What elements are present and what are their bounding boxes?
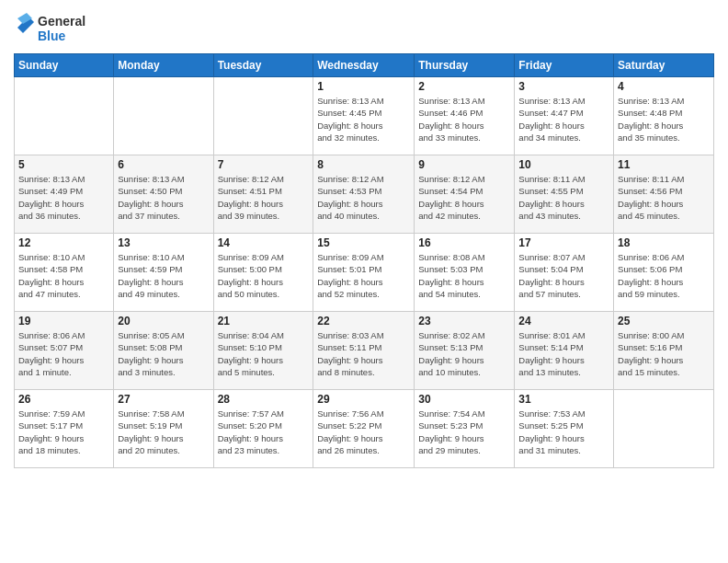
day-number: 19: [18, 315, 109, 327]
day-number: 3: [518, 80, 609, 93]
day-detail: Sunrise: 8:13 AMSunset: 4:49 PMDaylight:…: [18, 173, 109, 222]
day-number: 31: [518, 393, 609, 406]
calendar-cell: [15, 77, 114, 155]
calendar-cell: 27Sunrise: 7:58 AMSunset: 5:19 PMDayligh…: [114, 390, 213, 468]
weekday-header-thursday: Thursday: [415, 54, 515, 77]
header: GeneralBlue: [14, 9, 714, 46]
day-number: 5: [18, 158, 109, 171]
day-detail: Sunrise: 8:09 AMSunset: 5:01 PMDaylight:…: [317, 251, 410, 300]
day-detail: Sunrise: 8:06 AMSunset: 5:06 PMDaylight:…: [618, 251, 710, 300]
calendar-cell: 30Sunrise: 7:54 AMSunset: 5:23 PMDayligh…: [415, 390, 515, 468]
weekday-header-tuesday: Tuesday: [213, 54, 313, 77]
calendar-cell: 14Sunrise: 8:09 AMSunset: 5:00 PMDayligh…: [213, 234, 313, 312]
calendar-cell: [614, 390, 714, 468]
day-detail: Sunrise: 8:13 AMSunset: 4:48 PMDaylight:…: [618, 95, 710, 144]
day-number: 25: [618, 315, 710, 327]
calendar-cell: 8Sunrise: 8:12 AMSunset: 4:53 PMDaylight…: [313, 155, 415, 234]
calendar-cell: 15Sunrise: 8:09 AMSunset: 5:01 PMDayligh…: [313, 234, 415, 312]
day-number: 28: [218, 393, 310, 406]
day-detail: Sunrise: 8:04 AMSunset: 5:10 PMDaylight:…: [218, 329, 310, 378]
calendar-week-1: 1Sunrise: 8:13 AMSunset: 4:45 PMDaylight…: [15, 77, 714, 155]
calendar-cell: 19Sunrise: 8:06 AMSunset: 5:07 PMDayligh…: [15, 312, 114, 390]
day-detail: Sunrise: 8:06 AMSunset: 5:07 PMDaylight:…: [18, 329, 109, 378]
calendar-cell: 24Sunrise: 8:01 AMSunset: 5:14 PMDayligh…: [515, 312, 614, 390]
day-number: 13: [118, 236, 209, 249]
calendar-cell: 3Sunrise: 8:13 AMSunset: 4:47 PMDaylight…: [515, 77, 614, 155]
weekday-row: SundayMondayTuesdayWednesdayThursdayFrid…: [15, 54, 714, 77]
day-detail: Sunrise: 8:12 AMSunset: 4:51 PMDaylight:…: [218, 173, 310, 222]
day-number: 14: [218, 236, 310, 249]
calendar-cell: 31Sunrise: 7:53 AMSunset: 5:25 PMDayligh…: [515, 390, 614, 468]
day-number: 15: [317, 236, 410, 249]
day-number: 29: [317, 393, 410, 406]
calendar-cell: 13Sunrise: 8:10 AMSunset: 4:59 PMDayligh…: [114, 234, 213, 312]
day-number: 6: [118, 158, 209, 171]
weekday-header-monday: Monday: [114, 54, 213, 77]
calendar-week-3: 12Sunrise: 8:10 AMSunset: 4:58 PMDayligh…: [15, 234, 714, 312]
weekday-header-friday: Friday: [515, 54, 614, 77]
calendar-week-4: 19Sunrise: 8:06 AMSunset: 5:07 PMDayligh…: [15, 312, 714, 390]
day-number: 11: [618, 158, 710, 171]
logo-svg: GeneralBlue: [14, 9, 87, 46]
weekday-header-sunday: Sunday: [15, 54, 114, 77]
day-detail: Sunrise: 8:11 AMSunset: 4:56 PMDaylight:…: [618, 173, 710, 222]
day-number: 20: [118, 315, 209, 327]
day-number: 27: [118, 393, 209, 406]
day-detail: Sunrise: 7:58 AMSunset: 5:19 PMDaylight:…: [118, 408, 209, 456]
day-detail: Sunrise: 7:56 AMSunset: 5:22 PMDaylight:…: [317, 408, 410, 456]
day-detail: Sunrise: 8:12 AMSunset: 4:54 PMDaylight:…: [418, 173, 510, 222]
calendar-cell: 26Sunrise: 7:59 AMSunset: 5:17 PMDayligh…: [15, 390, 114, 468]
calendar-week-5: 26Sunrise: 7:59 AMSunset: 5:17 PMDayligh…: [15, 390, 714, 468]
day-number: 17: [518, 236, 609, 249]
weekday-header-wednesday: Wednesday: [313, 54, 415, 77]
day-number: 24: [518, 315, 609, 327]
calendar-cell: [213, 77, 313, 155]
day-number: 1: [317, 80, 410, 93]
day-number: 12: [18, 236, 109, 249]
calendar-cell: 21Sunrise: 8:04 AMSunset: 5:10 PMDayligh…: [213, 312, 313, 390]
svg-text:General: General: [38, 14, 85, 29]
day-number: 21: [218, 315, 310, 327]
calendar-cell: 29Sunrise: 7:56 AMSunset: 5:22 PMDayligh…: [313, 390, 415, 468]
day-number: 4: [618, 80, 710, 93]
calendar-table: SundayMondayTuesdayWednesdayThursdayFrid…: [14, 53, 714, 468]
calendar-cell: 18Sunrise: 8:06 AMSunset: 5:06 PMDayligh…: [614, 234, 714, 312]
day-number: 30: [418, 393, 510, 406]
calendar-cell: 28Sunrise: 7:57 AMSunset: 5:20 PMDayligh…: [213, 390, 313, 468]
calendar-body: 1Sunrise: 8:13 AMSunset: 4:45 PMDaylight…: [15, 77, 714, 468]
day-detail: Sunrise: 8:01 AMSunset: 5:14 PMDaylight:…: [518, 329, 609, 378]
calendar-cell: 2Sunrise: 8:13 AMSunset: 4:46 PMDaylight…: [415, 77, 515, 155]
calendar-cell: 9Sunrise: 8:12 AMSunset: 4:54 PMDaylight…: [415, 155, 515, 234]
day-detail: Sunrise: 8:09 AMSunset: 5:00 PMDaylight:…: [218, 251, 310, 300]
calendar-cell: 20Sunrise: 8:05 AMSunset: 5:08 PMDayligh…: [114, 312, 213, 390]
day-detail: Sunrise: 7:54 AMSunset: 5:23 PMDaylight:…: [418, 408, 510, 456]
day-number: 9: [418, 158, 510, 171]
day-detail: Sunrise: 7:53 AMSunset: 5:25 PMDaylight:…: [518, 408, 609, 456]
day-number: 2: [418, 80, 510, 93]
calendar-cell: 22Sunrise: 8:03 AMSunset: 5:11 PMDayligh…: [313, 312, 415, 390]
day-detail: Sunrise: 8:10 AMSunset: 4:59 PMDaylight:…: [118, 251, 209, 300]
calendar-cell: 6Sunrise: 8:13 AMSunset: 4:50 PMDaylight…: [114, 155, 213, 234]
day-detail: Sunrise: 8:07 AMSunset: 5:04 PMDaylight:…: [518, 251, 609, 300]
calendar-cell: 4Sunrise: 8:13 AMSunset: 4:48 PMDaylight…: [614, 77, 714, 155]
day-detail: Sunrise: 8:00 AMSunset: 5:16 PMDaylight:…: [618, 329, 710, 378]
day-detail: Sunrise: 8:10 AMSunset: 4:58 PMDaylight:…: [18, 251, 109, 300]
calendar-week-2: 5Sunrise: 8:13 AMSunset: 4:49 PMDaylight…: [15, 155, 714, 234]
calendar-cell: 1Sunrise: 8:13 AMSunset: 4:45 PMDaylight…: [313, 77, 415, 155]
day-detail: Sunrise: 8:13 AMSunset: 4:47 PMDaylight:…: [518, 95, 609, 144]
day-number: 18: [618, 236, 710, 249]
calendar-cell: 5Sunrise: 8:13 AMSunset: 4:49 PMDaylight…: [15, 155, 114, 234]
calendar-cell: 12Sunrise: 8:10 AMSunset: 4:58 PMDayligh…: [15, 234, 114, 312]
calendar-header: SundayMondayTuesdayWednesdayThursdayFrid…: [15, 54, 714, 77]
calendar-cell: 11Sunrise: 8:11 AMSunset: 4:56 PMDayligh…: [614, 155, 714, 234]
day-detail: Sunrise: 8:08 AMSunset: 5:03 PMDaylight:…: [418, 251, 510, 300]
calendar-cell: 25Sunrise: 8:00 AMSunset: 5:16 PMDayligh…: [614, 312, 714, 390]
calendar-cell: 16Sunrise: 8:08 AMSunset: 5:03 PMDayligh…: [415, 234, 515, 312]
day-detail: Sunrise: 8:02 AMSunset: 5:13 PMDaylight:…: [418, 329, 510, 378]
day-number: 8: [317, 158, 410, 171]
day-detail: Sunrise: 8:03 AMSunset: 5:11 PMDaylight:…: [317, 329, 410, 378]
day-detail: Sunrise: 7:57 AMSunset: 5:20 PMDaylight:…: [218, 408, 310, 456]
day-number: 23: [418, 315, 510, 327]
day-detail: Sunrise: 8:13 AMSunset: 4:46 PMDaylight:…: [418, 95, 510, 144]
svg-text:Blue: Blue: [38, 29, 66, 43]
